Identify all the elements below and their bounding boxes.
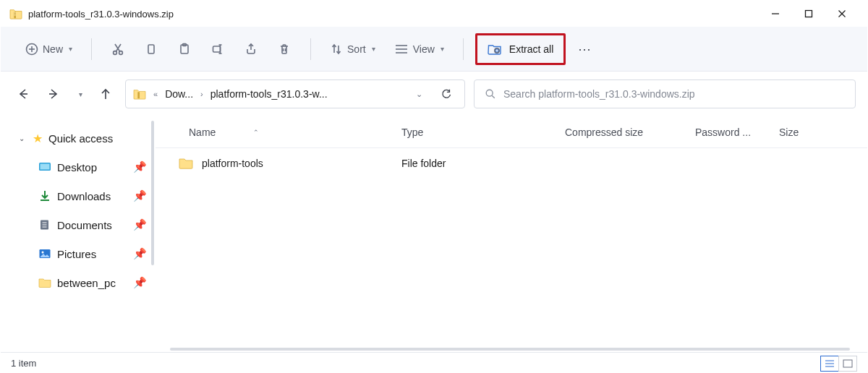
address-bar[interactable]: « Dow... › platform-tools_r31.0.3-w... ⌄ bbox=[125, 80, 465, 108]
chevron-down-icon: ▾ bbox=[69, 45, 72, 53]
svg-point-11 bbox=[114, 51, 117, 54]
pin-icon: 📌 bbox=[133, 218, 147, 231]
cut-button[interactable] bbox=[103, 36, 132, 62]
up-button[interactable] bbox=[95, 83, 116, 105]
new-button[interactable]: New ▾ bbox=[18, 36, 80, 62]
sidebar-item-label: Downloads bbox=[57, 190, 111, 202]
paste-button[interactable] bbox=[170, 36, 199, 62]
thumbnails-view-toggle[interactable] bbox=[838, 356, 857, 372]
minimize-button[interactable] bbox=[759, 1, 792, 27]
sidebar-item-label: Pictures bbox=[57, 248, 96, 260]
search-input[interactable] bbox=[503, 88, 845, 100]
svg-rect-44 bbox=[843, 360, 852, 367]
sort-button[interactable]: Sort ▾ bbox=[323, 36, 383, 62]
folder-icon bbox=[179, 157, 193, 170]
column-headers: Name⌃ Type Compressed size Password ... … bbox=[156, 116, 867, 148]
pin-icon: 📌 bbox=[133, 160, 147, 173]
chevron-down-icon[interactable]: ⌄ bbox=[17, 134, 27, 142]
column-name[interactable]: Name⌃ bbox=[184, 127, 401, 138]
rename-button[interactable] bbox=[203, 36, 232, 62]
sidebar-item-desktop[interactable]: Desktop 📌 bbox=[5, 153, 153, 181]
svg-rect-33 bbox=[41, 164, 50, 170]
sort-label: Sort bbox=[347, 43, 366, 55]
pin-icon: 📌 bbox=[133, 189, 147, 202]
delete-button[interactable] bbox=[270, 36, 299, 62]
separator bbox=[91, 38, 92, 60]
more-button[interactable]: ⋯ bbox=[570, 36, 599, 62]
sidebar-scrollbar[interactable] bbox=[151, 121, 154, 265]
extract-all-button[interactable]: Extract all bbox=[475, 33, 566, 65]
close-button[interactable] bbox=[825, 1, 859, 27]
breadcrumb-prev-icon[interactable]: « bbox=[150, 90, 161, 98]
new-label: New bbox=[43, 43, 63, 55]
item-count: 1 item bbox=[11, 358, 36, 369]
breadcrumb-seg-2[interactable]: platform-tools_r31.0.3-w... bbox=[210, 88, 328, 100]
pin-icon: 📌 bbox=[133, 276, 147, 289]
chevron-down-icon: ▾ bbox=[441, 45, 444, 53]
folder-icon bbox=[38, 277, 51, 288]
nav-row: ▾ « Dow... › platform-tools_r31.0.3-w...… bbox=[1, 72, 867, 116]
svg-line-31 bbox=[492, 95, 495, 98]
search-box[interactable] bbox=[474, 80, 856, 108]
chevron-right-icon[interactable]: › bbox=[197, 90, 206, 98]
sidebar-item-between-pc[interactable]: between_pc 📌 bbox=[5, 268, 153, 297]
svg-rect-29 bbox=[137, 92, 140, 98]
separator bbox=[310, 38, 311, 60]
toolbar: New ▾ Sort ▾ View ▾ Extract all ⋯ bbox=[1, 27, 867, 72]
maximize-button[interactable] bbox=[792, 1, 825, 27]
breadcrumb-seg-1[interactable]: Dow... bbox=[165, 88, 193, 100]
sort-asc-icon: ⌃ bbox=[253, 129, 259, 136]
download-icon bbox=[38, 190, 51, 202]
copy-button[interactable] bbox=[137, 36, 166, 62]
forward-button[interactable] bbox=[43, 83, 64, 105]
svg-rect-18 bbox=[213, 46, 221, 52]
svg-point-40 bbox=[42, 252, 44, 254]
svg-rect-3 bbox=[14, 15, 16, 16]
file-row[interactable]: platform-tools File folder bbox=[156, 148, 867, 179]
sidebar-item-downloads[interactable]: Downloads 📌 bbox=[5, 181, 153, 210]
documents-icon bbox=[38, 219, 51, 231]
column-type[interactable]: Type bbox=[401, 127, 565, 138]
file-list: Name⌃ Type Compressed size Password ... … bbox=[156, 116, 867, 352]
column-password[interactable]: Password ... bbox=[695, 127, 779, 138]
star-icon: ★ bbox=[33, 132, 43, 145]
sidebar-quick-access[interactable]: ⌄ ★ Quick access bbox=[5, 124, 153, 153]
view-button[interactable]: View ▾ bbox=[387, 36, 451, 62]
details-view-toggle[interactable] bbox=[820, 356, 839, 372]
share-button[interactable] bbox=[237, 36, 265, 62]
svg-rect-15 bbox=[148, 45, 154, 53]
pin-icon: 📌 bbox=[133, 247, 147, 260]
file-type: File folder bbox=[401, 158, 565, 169]
sidebar-item-documents[interactable]: Documents 📌 bbox=[5, 210, 153, 239]
svg-rect-1 bbox=[14, 12, 16, 13]
zip-folder-icon bbox=[133, 88, 146, 100]
chevron-down-icon: ▾ bbox=[372, 45, 375, 53]
sidebar-item-label: between_pc bbox=[57, 277, 116, 289]
zip-folder-icon bbox=[9, 8, 22, 20]
window-title: platform-tools_r31.0.3-windows.zip bbox=[28, 9, 759, 20]
pictures-icon bbox=[38, 248, 51, 260]
refresh-button[interactable] bbox=[435, 83, 457, 105]
desktop-icon bbox=[38, 161, 51, 173]
sidebar: ⌄ ★ Quick access Desktop 📌 Downloads 📌 D… bbox=[1, 116, 156, 352]
chevron-down-icon[interactable]: ⌄ bbox=[413, 90, 425, 99]
extract-all-label: Extract all bbox=[509, 43, 553, 55]
horizontal-scrollbar[interactable] bbox=[170, 348, 850, 351]
quick-access-label: Quick access bbox=[48, 132, 113, 145]
separator bbox=[463, 38, 464, 60]
svg-rect-2 bbox=[14, 14, 16, 14]
column-size[interactable]: Size bbox=[779, 127, 837, 138]
back-button[interactable] bbox=[12, 83, 34, 105]
recent-locations-button[interactable]: ▾ bbox=[73, 83, 86, 105]
column-compressed-size[interactable]: Compressed size bbox=[565, 127, 695, 138]
file-name: platform-tools bbox=[202, 158, 263, 169]
svg-point-12 bbox=[119, 51, 123, 54]
titlebar: platform-tools_r31.0.3-windows.zip bbox=[1, 1, 867, 27]
view-label: View bbox=[413, 43, 435, 55]
sidebar-item-pictures[interactable]: Pictures 📌 bbox=[5, 239, 153, 268]
sidebar-item-label: Documents bbox=[57, 219, 112, 231]
svg-point-30 bbox=[486, 90, 493, 96]
status-bar: 1 item bbox=[1, 352, 867, 373]
search-icon bbox=[485, 88, 496, 100]
svg-rect-5 bbox=[806, 11, 812, 17]
